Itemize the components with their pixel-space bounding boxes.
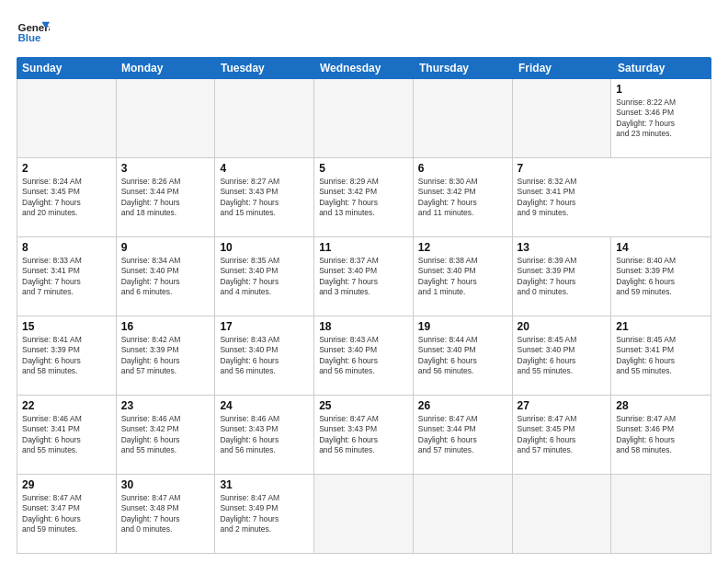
day-info: Sunrise: 8:42 AM Sunset: 3:39 PM Dayligh… [121,335,210,377]
day-info: Sunrise: 8:34 AM Sunset: 3:40 PM Dayligh… [121,256,210,298]
calendar-cell: 6Sunrise: 8:30 AM Sunset: 3:42 PM Daylig… [414,158,513,236]
empty-cell [215,79,314,157]
calendar-cell: 15Sunrise: 8:41 AM Sunset: 3:39 PM Dayli… [17,316,117,395]
day-number: 20 [518,320,607,333]
calendar-header: SundayMondayTuesdayWednesdayThursdayFrid… [17,57,711,79]
day-number: 1 [616,83,706,96]
page: General Blue SundayMondayTuesdayWednesda… [0,0,728,563]
calendar-cell: 24Sunrise: 8:46 AM Sunset: 3:43 PM Dayli… [215,396,314,474]
calendar-cell: 10Sunrise: 8:35 AM Sunset: 3:40 PM Dayli… [215,237,314,316]
logo: General Blue [17,17,50,50]
day-number: 10 [220,241,309,254]
calendar-cell: 14Sunrise: 8:40 AM Sunset: 3:39 PM Dayli… [611,237,711,316]
calendar-cell: 19Sunrise: 8:44 AM Sunset: 3:40 PM Dayli… [414,316,513,395]
calendar-cell: 22Sunrise: 8:46 AM Sunset: 3:41 PM Dayli… [17,396,117,474]
calendar-cell: 23Sunrise: 8:46 AM Sunset: 3:42 PM Dayli… [117,396,216,474]
calendar-row: 15Sunrise: 8:41 AM Sunset: 3:39 PM Dayli… [17,316,711,396]
day-number: 29 [22,478,111,491]
day-info: Sunrise: 8:39 AM Sunset: 3:39 PM Dayligh… [518,256,607,298]
weekday-header: Wednesday [314,57,414,79]
calendar-cell: 11Sunrise: 8:37 AM Sunset: 3:40 PM Dayli… [314,237,414,316]
day-number: 19 [418,320,507,333]
calendar-cell: 5Sunrise: 8:29 AM Sunset: 3:42 PM Daylig… [314,158,414,236]
calendar-cell: 21Sunrise: 8:45 AM Sunset: 3:41 PM Dayli… [611,316,711,395]
calendar: SundayMondayTuesdayWednesdayThursdayFrid… [17,57,711,554]
day-info: Sunrise: 8:43 AM Sunset: 3:40 PM Dayligh… [220,335,309,377]
calendar-row: 2Sunrise: 8:24 AM Sunset: 3:45 PM Daylig… [17,158,711,237]
day-number: 2 [22,162,111,175]
empty-cell [314,475,414,553]
calendar-cell: 7Sunrise: 8:32 AM Sunset: 3:41 PM Daylig… [513,158,612,236]
empty-cell [513,475,612,553]
calendar-cell: 20Sunrise: 8:45 AM Sunset: 3:40 PM Dayli… [513,316,612,395]
calendar-cell: 30Sunrise: 8:47 AM Sunset: 3:48 PM Dayli… [117,475,216,553]
calendar-cell: 18Sunrise: 8:43 AM Sunset: 3:40 PM Dayli… [314,316,414,395]
svg-text:Blue: Blue [17,32,41,43]
day-info: Sunrise: 8:46 AM Sunset: 3:43 PM Dayligh… [220,414,309,456]
day-number: 5 [319,162,408,175]
calendar-cell: 9Sunrise: 8:34 AM Sunset: 3:40 PM Daylig… [117,237,216,316]
day-number: 18 [319,320,408,333]
day-number: 30 [121,478,210,491]
day-number: 7 [518,162,608,175]
calendar-row: 22Sunrise: 8:46 AM Sunset: 3:41 PM Dayli… [17,396,711,475]
calendar-cell: 26Sunrise: 8:47 AM Sunset: 3:44 PM Dayli… [414,396,513,474]
day-number: 25 [319,399,408,412]
day-info: Sunrise: 8:47 AM Sunset: 3:49 PM Dayligh… [220,493,309,535]
calendar-cell: 2Sunrise: 8:24 AM Sunset: 3:45 PM Daylig… [17,158,117,236]
day-number: 23 [121,399,210,412]
day-number: 26 [418,399,507,412]
calendar-row: 29Sunrise: 8:47 AM Sunset: 3:47 PM Dayli… [17,475,711,553]
calendar-cell: 13Sunrise: 8:39 AM Sunset: 3:39 PM Dayli… [513,237,612,316]
day-number: 17 [220,320,309,333]
day-number: 11 [319,241,408,254]
weekday-header: Thursday [414,57,513,79]
empty-cell [611,475,711,553]
calendar-cell: 25Sunrise: 8:47 AM Sunset: 3:43 PM Dayli… [314,396,414,474]
calendar-cell: 31Sunrise: 8:47 AM Sunset: 3:49 PM Dayli… [215,475,314,553]
day-info: Sunrise: 8:26 AM Sunset: 3:44 PM Dayligh… [121,177,210,219]
calendar-row: 1Sunrise: 8:22 AM Sunset: 3:46 PM Daylig… [17,79,711,158]
day-info: Sunrise: 8:32 AM Sunset: 3:41 PM Dayligh… [518,177,608,219]
day-number: 14 [616,241,706,254]
day-info: Sunrise: 8:30 AM Sunset: 3:42 PM Dayligh… [418,177,507,219]
day-info: Sunrise: 8:40 AM Sunset: 3:39 PM Dayligh… [616,256,706,298]
empty-cell [314,79,414,157]
weekday-header: Sunday [17,57,116,79]
day-info: Sunrise: 8:27 AM Sunset: 3:43 PM Dayligh… [220,177,309,219]
day-number: 13 [518,241,607,254]
day-number: 6 [418,162,507,175]
day-info: Sunrise: 8:43 AM Sunset: 3:40 PM Dayligh… [319,335,408,377]
calendar-cell: 8Sunrise: 8:33 AM Sunset: 3:41 PM Daylig… [17,237,117,316]
day-info: Sunrise: 8:46 AM Sunset: 3:42 PM Dayligh… [121,414,210,456]
weekday-header: Monday [116,57,215,79]
day-info: Sunrise: 8:37 AM Sunset: 3:40 PM Dayligh… [319,256,408,298]
calendar-body: 1Sunrise: 8:22 AM Sunset: 3:46 PM Daylig… [17,79,711,554]
weekday-header: Friday [513,57,612,79]
calendar-cell: 29Sunrise: 8:47 AM Sunset: 3:47 PM Dayli… [17,475,117,553]
day-info: Sunrise: 8:35 AM Sunset: 3:40 PM Dayligh… [220,256,309,298]
day-info: Sunrise: 8:29 AM Sunset: 3:42 PM Dayligh… [319,177,408,219]
weekday-header: Tuesday [215,57,314,79]
day-info: Sunrise: 8:47 AM Sunset: 3:45 PM Dayligh… [518,414,607,456]
empty-cell [17,79,117,157]
day-number: 9 [121,241,210,254]
day-info: Sunrise: 8:41 AM Sunset: 3:39 PM Dayligh… [22,335,111,377]
day-info: Sunrise: 8:44 AM Sunset: 3:40 PM Dayligh… [418,335,507,377]
day-info: Sunrise: 8:47 AM Sunset: 3:44 PM Dayligh… [418,414,507,456]
day-info: Sunrise: 8:45 AM Sunset: 3:41 PM Dayligh… [616,335,706,377]
day-number: 16 [121,320,210,333]
calendar-row: 8Sunrise: 8:33 AM Sunset: 3:41 PM Daylig… [17,237,711,316]
day-info: Sunrise: 8:45 AM Sunset: 3:40 PM Dayligh… [518,335,607,377]
day-info: Sunrise: 8:46 AM Sunset: 3:41 PM Dayligh… [22,414,111,456]
weekday-header: Saturday [612,57,711,79]
day-number: 3 [121,162,210,175]
logo-icon: General Blue [17,17,50,50]
day-number: 8 [22,241,111,254]
day-number: 12 [418,241,507,254]
calendar-cell: 4Sunrise: 8:27 AM Sunset: 3:43 PM Daylig… [215,158,314,236]
calendar-cell: 12Sunrise: 8:38 AM Sunset: 3:40 PM Dayli… [414,237,513,316]
day-number: 22 [22,399,111,412]
calendar-cell: 17Sunrise: 8:43 AM Sunset: 3:40 PM Dayli… [215,316,314,395]
day-info: Sunrise: 8:22 AM Sunset: 3:46 PM Dayligh… [616,98,706,140]
